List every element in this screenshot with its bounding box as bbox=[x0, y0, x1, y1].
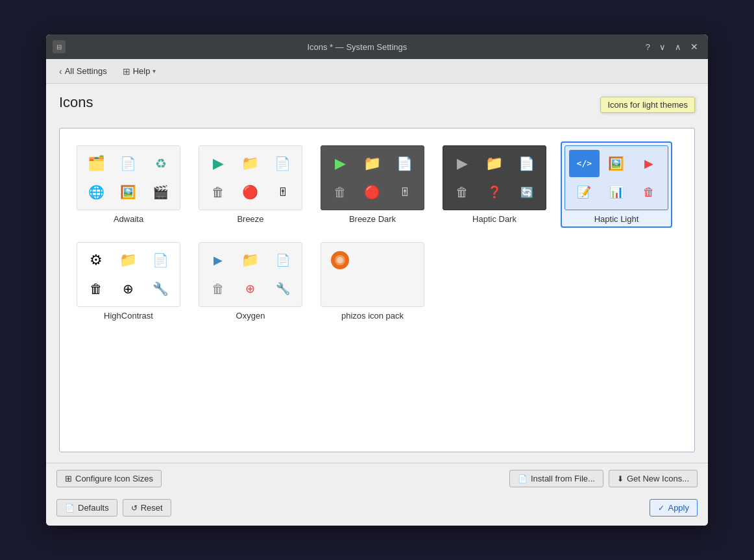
breeze-preview: ▶ 📁 📄 🗑 🔴 🎚 bbox=[199, 145, 302, 210]
maximize-btn[interactable]: ∧ bbox=[672, 41, 685, 53]
hapticlight-icon-6: 🗑 bbox=[633, 179, 664, 206]
oxy-icon-3: 📄 bbox=[267, 247, 298, 274]
breezetdark-icon-1: ▶ bbox=[325, 150, 356, 177]
theme-breeze[interactable]: ▶ 📁 📄 🗑 🔴 🎚 Breeze bbox=[195, 141, 306, 228]
breezetdark-icon-5: 🔴 bbox=[358, 179, 388, 206]
oxygen-preview: ▶ 📁 📄 🗑 ⊕ 🔧 bbox=[199, 242, 302, 307]
hapticdark-icon-1: ▶ bbox=[447, 150, 478, 177]
hc-icon-2: 📁 bbox=[114, 247, 144, 274]
help-icon: ⊞ bbox=[123, 66, 130, 77]
adwaita-icon-5: 🖼️ bbox=[114, 179, 144, 206]
hapticdark-icon-3: 📄 bbox=[511, 150, 542, 177]
haptic-light-preview: </> 🖼️ ▶ 📝 📊 🗑 bbox=[565, 145, 668, 210]
hc-icon-4: 🗑 bbox=[81, 276, 112, 303]
close-btn[interactable]: ✕ bbox=[687, 40, 701, 53]
minimize-btn[interactable]: ∨ bbox=[656, 41, 669, 53]
phizos-label: phizos icon pack bbox=[341, 311, 404, 321]
app-icon: ⊟ bbox=[53, 40, 66, 53]
install-icon: 📄 bbox=[518, 474, 528, 483]
highcontrast-preview: ⚙ 📁 📄 🗑 ⊕ 🔧 bbox=[77, 242, 180, 307]
reset-button[interactable]: ↺ Reset bbox=[123, 499, 171, 517]
get-new-icons-label: Get New Icons... bbox=[627, 474, 689, 483]
action-bar: 📄 Defaults ↺ Reset ✓ Apply bbox=[46, 494, 708, 526]
hapticlight-icon-1: </> bbox=[569, 150, 600, 177]
breeze-icon-5: 🔴 bbox=[236, 179, 266, 206]
breeze-dark-label: Breeze Dark bbox=[349, 214, 396, 224]
main-content: Icons Icons for light themes 🗂️ 📄 ♻ 🌐 🖼️… bbox=[46, 84, 708, 463]
titlebar: ⊟ Icons * — System Settings ? ∨ ∧ ✕ bbox=[46, 34, 708, 59]
highcontrast-label: HighContrast bbox=[104, 311, 153, 321]
adwaita-icon-2: 📄 bbox=[114, 150, 144, 177]
breezetdark-icon-6: 🎚 bbox=[389, 179, 420, 206]
theme-haptic-dark[interactable]: ▶ 📁 📄 🗑 ❓ 🔄 Haptic Dark bbox=[439, 141, 550, 228]
phizos-main-icon bbox=[330, 250, 350, 271]
svg-point-2 bbox=[337, 257, 343, 263]
phizos-icon-1 bbox=[325, 247, 356, 274]
breeze-dark-preview: ▶ 📁 📄 🗑 🔴 🎚 bbox=[321, 145, 424, 210]
install-label: Install from File... bbox=[531, 474, 595, 483]
phizos-icon-4 bbox=[325, 276, 356, 303]
hapticlight-icon-4: 📝 bbox=[569, 179, 600, 206]
main-window: ⊟ Icons * — System Settings ? ∨ ∧ ✕ ‹ Al… bbox=[46, 34, 708, 526]
adwaita-icon-4: 🌐 bbox=[81, 179, 112, 206]
apply-icon: ✓ bbox=[658, 504, 664, 513]
apply-button[interactable]: ✓ Apply bbox=[650, 499, 698, 517]
help-button[interactable]: ⊞ Help ▾ bbox=[117, 64, 162, 79]
breeze-icon-2: 📁 bbox=[236, 150, 266, 177]
hapticlight-icon-5: 📊 bbox=[602, 179, 632, 206]
tooltip-box: Icons for light themes bbox=[600, 97, 695, 113]
phizos-preview bbox=[321, 242, 424, 307]
hapticlight-icon-2: 🖼️ bbox=[602, 150, 632, 177]
oxy-icon-4: 🗑 bbox=[203, 276, 234, 303]
theme-haptic-light[interactable]: </> 🖼️ ▶ 📝 📊 🗑 Haptic Light bbox=[561, 141, 672, 228]
theme-adwaita[interactable]: 🗂️ 📄 ♻ 🌐 🖼️ 🎬 Adwaita bbox=[73, 141, 184, 228]
adwaita-icon-6: 🎬 bbox=[145, 179, 176, 206]
icons-row-1: 🗂️ 📄 ♻ 🌐 🖼️ 🎬 Adwaita ▶ 📁 📄 bbox=[67, 136, 687, 233]
configure-sizes-button[interactable]: ⊞ Configure Icon Sizes bbox=[56, 470, 162, 487]
theme-highcontrast[interactable]: ⚙ 📁 📄 🗑 ⊕ 🔧 HighContrast bbox=[73, 238, 184, 324]
hapticdark-icon-4: 🗑 bbox=[447, 179, 478, 206]
adwaita-preview: 🗂️ 📄 ♻ 🌐 🖼️ 🎬 bbox=[77, 145, 180, 210]
get-new-icons-button[interactable]: ⬇ Get New Icons... bbox=[609, 470, 698, 487]
hc-icon-5: ⊕ bbox=[114, 276, 144, 303]
back-icon: ‹ bbox=[59, 66, 62, 77]
breeze-icon-4: 🗑 bbox=[203, 179, 234, 206]
help-window-btn[interactable]: ? bbox=[642, 41, 653, 53]
install-from-file-button[interactable]: 📄 Install from File... bbox=[509, 470, 603, 487]
adwaita-icon-1: 🗂️ bbox=[81, 150, 112, 177]
window-controls: ? ∨ ∧ ✕ bbox=[642, 40, 701, 53]
help-arrow-icon: ▾ bbox=[152, 67, 156, 75]
oxy-icon-1: ▶ bbox=[203, 247, 234, 274]
defaults-button[interactable]: 📄 Defaults bbox=[56, 499, 117, 517]
phizos-icon-5 bbox=[358, 276, 388, 303]
hc-icon-6: 🔧 bbox=[145, 276, 176, 303]
phizos-icon-6 bbox=[389, 276, 420, 303]
toolbar: ‹ All Settings ⊞ Help ▾ bbox=[46, 59, 708, 84]
breezetdark-icon-3: 📄 bbox=[389, 150, 420, 177]
reset-label: Reset bbox=[141, 503, 163, 513]
defaults-icon: 📄 bbox=[65, 504, 75, 513]
haptic-dark-preview: ▶ 📁 📄 🗑 ❓ 🔄 bbox=[443, 145, 546, 210]
breeze-icon-6: 🎚 bbox=[267, 179, 298, 206]
hapticdark-icon-5: ❓ bbox=[480, 179, 510, 206]
phizos-icon-2 bbox=[358, 247, 388, 274]
theme-breeze-dark[interactable]: ▶ 📁 📄 🗑 🔴 🎚 Breeze Dark bbox=[317, 141, 428, 228]
haptic-light-label: Haptic Light bbox=[594, 214, 639, 224]
window-title: Icons * — System Settings bbox=[72, 42, 642, 52]
configure-sizes-label: Configure Icon Sizes bbox=[75, 474, 153, 483]
help-label: Help bbox=[133, 66, 151, 76]
haptic-dark-label: Haptic Dark bbox=[472, 214, 517, 224]
breeze-icon-1: ▶ bbox=[203, 150, 234, 177]
apply-label: Apply bbox=[668, 503, 689, 513]
back-button[interactable]: ‹ All Settings bbox=[54, 64, 112, 79]
hapticdark-icon-2: 📁 bbox=[480, 150, 510, 177]
all-settings-label: All Settings bbox=[65, 66, 107, 76]
icons-grid: 🗂️ 📄 ♻ 🌐 🖼️ 🎬 Adwaita ▶ 📁 📄 bbox=[59, 128, 695, 452]
reset-icon: ↺ bbox=[131, 504, 138, 513]
download-icon: ⬇ bbox=[617, 474, 624, 483]
oxy-icon-5: ⊕ bbox=[236, 276, 266, 303]
page-title: Icons bbox=[59, 94, 93, 111]
theme-oxygen[interactable]: ▶ 📁 📄 🗑 ⊕ 🔧 Oxygen bbox=[195, 238, 306, 324]
adwaita-label: Adwaita bbox=[114, 214, 143, 224]
theme-phizos[interactable]: phizos icon pack bbox=[317, 238, 428, 324]
